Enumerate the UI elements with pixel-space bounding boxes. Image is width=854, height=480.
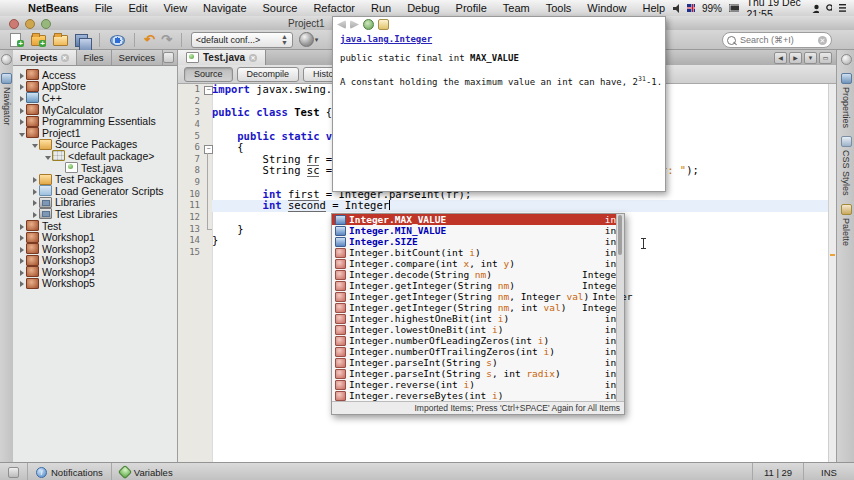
line-number[interactable]: 14 — [178, 235, 204, 247]
expand-arrow-icon[interactable] — [30, 173, 39, 185]
notification-center-icon[interactable] — [839, 4, 846, 12]
new-project-icon[interactable]: + — [30, 33, 46, 47]
menu-window[interactable]: Window — [579, 2, 634, 14]
tree-item[interactable]: Workshop1 — [13, 231, 177, 243]
spotlight-icon[interactable] — [826, 4, 832, 13]
tree-item[interactable]: Test Packages — [13, 173, 177, 185]
expand-arrow-icon[interactable] — [30, 196, 39, 208]
completion-item[interactable]: Integer.compare(int x, int y)int — [332, 258, 624, 269]
line-number[interactable]: 5 — [178, 131, 204, 143]
tree-item[interactable]: Workshop2 — [13, 243, 177, 255]
tree-item[interactable]: AppStore — [13, 81, 177, 93]
new-file-icon[interactable]: + — [8, 33, 24, 47]
line-number[interactable]: 3 — [178, 107, 204, 119]
line-number[interactable]: 8 — [178, 165, 204, 177]
tree-item[interactable]: Programming Essentials — [13, 115, 177, 127]
line-number-gutter[interactable]: 123456789101112131415 — [178, 84, 204, 462]
menu-navigate[interactable]: Navigate — [195, 2, 254, 14]
menu-help[interactable]: Help — [634, 2, 673, 14]
menu-refactor[interactable]: Refactor — [305, 2, 363, 14]
expand-arrow-icon[interactable] — [17, 231, 26, 243]
collapse-arrow-icon[interactable] — [17, 127, 26, 139]
tree-item[interactable]: Workshop5 — [13, 278, 177, 290]
completion-item[interactable]: Integer.reverseBytes(int i)int — [332, 390, 624, 401]
completion-item[interactable]: Integer.bitCount(int i)int — [332, 247, 624, 258]
expand-arrow-icon[interactable] — [17, 266, 26, 278]
expand-arrow-icon[interactable] — [17, 69, 26, 81]
completion-item[interactable]: Integer.highestOneBit(int i)int — [332, 313, 624, 324]
expand-arrow-icon[interactable] — [17, 243, 26, 255]
menu-team[interactable]: Team — [495, 2, 538, 14]
collapse-dot-icon[interactable] — [841, 54, 852, 65]
close-tab-icon[interactable]: ✕ — [61, 54, 69, 62]
line-number[interactable]: 9 — [178, 177, 204, 189]
javadoc-class-link[interactable]: java.lang.Integer — [340, 34, 432, 44]
source-view-button[interactable]: Source — [184, 67, 233, 82]
completion-item[interactable]: Integer.getInteger(String nm)Integer — [332, 280, 624, 291]
completion-item[interactable]: Integer.lowestOneBit(int i)int — [332, 324, 624, 335]
notifications-button[interactable]: i Notifications — [28, 463, 112, 480]
run-dropdown-arrow[interactable]: ▾ — [315, 36, 319, 44]
line-number[interactable]: 7 — [178, 154, 204, 166]
completion-item[interactable]: Integer.getInteger(String nm, Integer va… — [332, 291, 624, 302]
tree-item[interactable]: Access — [13, 69, 177, 81]
volume-icon[interactable] — [673, 4, 680, 13]
javadoc-forward-icon[interactable] — [350, 20, 359, 29]
line-number[interactable]: 10 — [178, 189, 204, 201]
menu-edit[interactable]: Edit — [120, 2, 155, 14]
completion-scrollbar-thumb[interactable] — [618, 215, 622, 255]
completion-item[interactable]: Integer.parseInt(String s, int radix)int — [332, 368, 624, 379]
search-input[interactable] — [738, 34, 812, 46]
completion-item[interactable]: Integer.decode(String nm)Integer — [332, 269, 624, 280]
tree-item[interactable]: Project1 — [13, 127, 177, 139]
javadoc-copy-icon[interactable] — [378, 19, 389, 30]
line-number[interactable]: 13 — [178, 224, 204, 236]
collapse-arrow-icon[interactable] — [30, 138, 39, 150]
keyboard-flag-icon[interactable] — [687, 4, 695, 12]
line-number[interactable]: 2 — [178, 96, 204, 108]
user-icon[interactable] — [812, 4, 818, 13]
line-number[interactable]: 15 — [178, 247, 204, 259]
close-tab-icon[interactable]: ✕ — [249, 54, 257, 62]
menu-profile[interactable]: Profile — [448, 2, 495, 14]
code-line[interactable]: int second = Integer — [212, 200, 836, 212]
menu-file[interactable]: File — [87, 2, 121, 14]
scroll-tabs-right-button[interactable]: ▶ — [789, 52, 802, 64]
vertical-tab-css-styles[interactable]: CSS Styles — [837, 136, 854, 196]
completion-item[interactable]: Integer.reverse(int i)int — [332, 379, 624, 390]
caret-stripe-mark[interactable] — [830, 254, 835, 256]
completion-item[interactable]: Integer.numberOfTrailingZeros(int i)int — [332, 346, 624, 357]
open-project-icon[interactable] — [52, 33, 68, 47]
statusbar-corner-cell[interactable] — [0, 463, 28, 480]
line-number[interactable]: 1 — [178, 84, 204, 96]
tree-item[interactable]: MyCalculator — [13, 104, 177, 116]
configuration-dropdown[interactable]: <default conf...>▲▼ — [191, 32, 293, 48]
navigator-vertical-tab[interactable]: Navigator — [0, 73, 13, 126]
menu-view[interactable]: View — [155, 2, 195, 14]
menu-tools[interactable]: Tools — [538, 2, 580, 14]
tree-item[interactable]: Test Libraries — [13, 208, 177, 220]
expand-arrow-icon[interactable] — [17, 80, 26, 92]
save-all-icon[interactable] — [74, 33, 90, 47]
minimize-window-button[interactable] — [25, 19, 35, 29]
expand-arrow-icon[interactable] — [30, 185, 39, 197]
decompile-view-button[interactable]: Decompile — [237, 67, 300, 82]
tab-list-button[interactable]: ▼ — [804, 52, 817, 64]
tab-files[interactable]: Files — [77, 50, 112, 65]
search-field[interactable]: ✕ — [722, 32, 832, 48]
tab-services[interactable]: Services — [112, 50, 163, 65]
insert-mode-cell[interactable]: INS — [803, 463, 854, 480]
tab-projects[interactable]: Projects✕ — [13, 50, 77, 65]
collapse-arrow-icon[interactable] — [43, 150, 52, 162]
tree-item[interactable]: Load Generator Scripts — [13, 185, 177, 197]
completion-scrollbar[interactable] — [616, 214, 624, 401]
variables-button[interactable]: Variables — [112, 463, 181, 480]
tree-item[interactable]: Source Packages — [13, 139, 177, 151]
scroll-tabs-left-button[interactable]: ◀ — [774, 52, 787, 64]
expand-arrow-icon[interactable] — [17, 277, 26, 289]
close-window-button[interactable] — [9, 19, 19, 29]
collapse-dot-icon[interactable] — [1, 54, 12, 65]
tree-item[interactable]: Test — [13, 220, 177, 232]
line-number[interactable]: 11 — [178, 200, 204, 212]
tree-item[interactable]: C++ — [13, 92, 177, 104]
